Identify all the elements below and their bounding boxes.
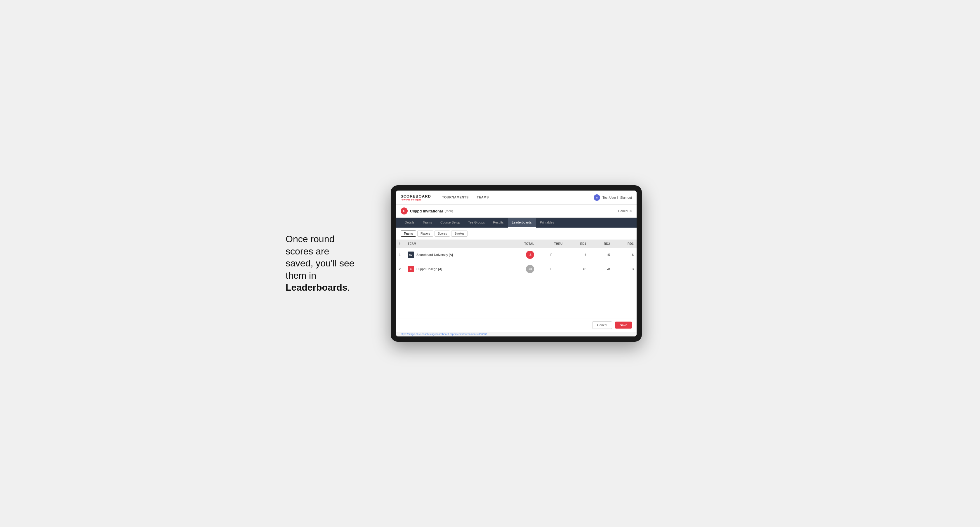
- col-rd1: RD1: [566, 240, 589, 248]
- nav-tournaments[interactable]: TOURNAMENTS: [438, 190, 473, 205]
- cancel-text: Cancel: [618, 209, 628, 213]
- tab-leaderboards[interactable]: Leaderboards: [508, 218, 536, 228]
- col-team: TEAM: [405, 240, 506, 248]
- left-description: Once round scores are saved, you'll see …: [286, 233, 373, 294]
- clippd-brand: clippd: [414, 198, 422, 201]
- app-footer: Cancel Save: [396, 318, 636, 332]
- team-info-1: SU Scoreboard University [A]: [408, 252, 503, 258]
- tab-printables[interactable]: Printables: [536, 218, 558, 228]
- nav-teams[interactable]: TEAMS: [473, 190, 493, 205]
- col-rank: #: [396, 240, 405, 248]
- filter-players[interactable]: Players: [417, 230, 433, 237]
- tournament-name: Clippd Invitational: [410, 209, 443, 213]
- table-header: # TEAM TOTAL THRU RD1 RD2 RD3: [396, 240, 636, 248]
- score-badge-1: -5: [526, 251, 534, 259]
- team-info-2: C Clippd College [A]: [408, 266, 503, 272]
- logo-text: SCOREBOARD: [401, 194, 431, 198]
- rank-1: 1: [396, 248, 405, 262]
- rd3-2: +3: [613, 262, 636, 276]
- left-text-line2: scores are: [286, 246, 329, 257]
- leaderboard-table: # TEAM TOTAL THRU RD1 RD2 RD3 1: [396, 240, 636, 276]
- left-text-period: .: [347, 282, 350, 293]
- tab-course-setup[interactable]: Course Setup: [436, 218, 464, 228]
- col-thru: THRU: [537, 240, 565, 248]
- sign-out-link[interactable]: Sign out: [620, 196, 632, 199]
- team-name-2: Clippd College [A]: [417, 267, 442, 271]
- tab-teams[interactable]: Teams: [419, 218, 436, 228]
- table-body: 1 SU Scoreboard University [A] -5: [396, 248, 636, 276]
- url-bar: https://stage-blue-coach.stagescoreboard…: [396, 332, 636, 337]
- table-row: 1 SU Scoreboard University [A] -5: [396, 248, 636, 262]
- team-logo-1: SU: [408, 252, 414, 258]
- rd2-1: +5: [589, 248, 613, 262]
- tab-details[interactable]: Details: [401, 218, 419, 228]
- tab-tee-groups[interactable]: Tee Groups: [464, 218, 489, 228]
- filter-bar: Teams Players Scores Strokes: [396, 228, 636, 240]
- thru-2: F: [537, 262, 565, 276]
- filter-teams[interactable]: Teams: [401, 230, 416, 237]
- filter-strokes[interactable]: Strokes: [451, 230, 468, 237]
- total-cell-2: +3: [506, 262, 537, 276]
- total-cell-1: -5: [506, 248, 537, 262]
- left-text-line4: them in: [286, 270, 316, 281]
- tablet-device: SCOREBOARD Powered by clippd TOURNAMENTS…: [391, 185, 642, 342]
- nav-links: TOURNAMENTS TEAMS: [438, 190, 593, 205]
- tournament-gender: (Men): [445, 209, 453, 213]
- rd1-1: -4: [566, 248, 589, 262]
- score-cell-2: +3: [509, 265, 535, 273]
- score-cell-1: -5: [509, 251, 535, 259]
- top-nav: SCOREBOARD Powered by clippd TOURNAMENTS…: [396, 190, 636, 205]
- rank-2: 2: [396, 262, 405, 276]
- team-cell-1: SU Scoreboard University [A]: [405, 248, 506, 262]
- save-button[interactable]: Save: [615, 322, 632, 329]
- score-badge-2: +3: [526, 265, 534, 273]
- user-name: Test User |: [603, 196, 617, 199]
- rd3-1: -6: [613, 248, 636, 262]
- thru-1: F: [537, 248, 565, 262]
- team-cell-2: C Clippd College [A]: [405, 262, 506, 276]
- cancel-button-footer[interactable]: Cancel: [592, 321, 612, 329]
- cancel-button-top[interactable]: Cancel ✕: [618, 209, 632, 213]
- left-text-line1: Once round: [286, 234, 334, 244]
- tab-bar: Details Teams Course Setup Tee Groups Re…: [396, 218, 636, 228]
- rd1-2: +8: [566, 262, 589, 276]
- tournament-icon: C: [401, 208, 408, 214]
- left-text-bold: Leaderboards: [286, 282, 347, 293]
- col-rd3: RD3: [613, 240, 636, 248]
- powered-by-text: Powered by: [401, 198, 414, 201]
- team-logo-2: C: [408, 266, 414, 272]
- logo-area: SCOREBOARD Powered by clippd: [401, 194, 431, 201]
- user-avatar: S: [593, 194, 600, 201]
- rd2-2: -8: [589, 262, 613, 276]
- leaderboard-content: # TEAM TOTAL THRU RD1 RD2 RD3 1: [396, 240, 636, 318]
- logo-powered: Powered by clippd: [401, 198, 431, 201]
- nav-right: S Test User | Sign out: [593, 194, 632, 201]
- col-rd2: RD2: [589, 240, 613, 248]
- tablet-screen: SCOREBOARD Powered by clippd TOURNAMENTS…: [396, 190, 636, 337]
- filter-scores[interactable]: Scores: [434, 230, 450, 237]
- table-row: 2 C Clippd College [A] +3: [396, 262, 636, 276]
- close-icon: ✕: [629, 209, 632, 213]
- left-text-line3: saved, you'll see: [286, 258, 355, 268]
- tournament-header: C Clippd Invitational (Men) Cancel ✕: [396, 205, 636, 218]
- tab-results[interactable]: Results: [489, 218, 508, 228]
- col-total: TOTAL: [506, 240, 537, 248]
- team-name-1: Scoreboard University [A]: [417, 253, 453, 257]
